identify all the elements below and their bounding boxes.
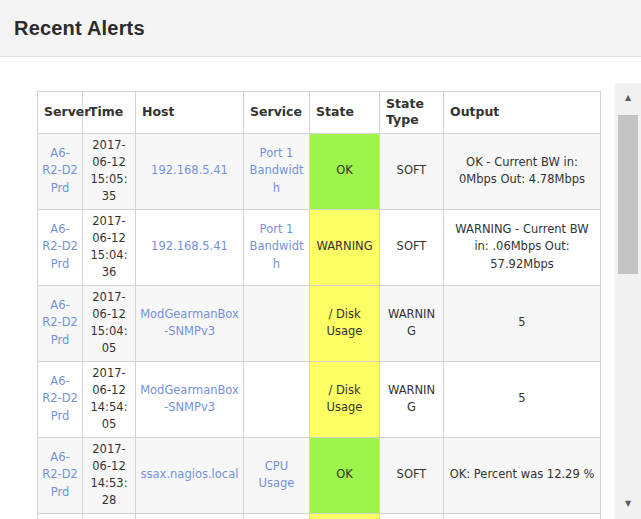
table-row: A6-R2-D2 Prd 2017-06-12 15:05:35 192.168… [38, 133, 601, 209]
service-cell: CPU Usage [244, 513, 310, 519]
host-link[interactable]: 192.168.5.41 [151, 239, 228, 253]
server-link[interactable]: A6-R2-D2 Prd [42, 146, 78, 195]
scrollbar[interactable]: ▲ ▼ [615, 83, 641, 519]
time-cell: 2017-06-12 14:53:28 [83, 437, 136, 513]
state-type-cell: SOFT [380, 133, 444, 209]
page-title: Recent Alerts [14, 17, 145, 40]
table-row: A6-R2-D2 Prd 2017-06-12 14:53:28 ssax.na… [38, 437, 601, 513]
service-cell [244, 361, 310, 437]
time-cell: 2017-06-12 14:54:05 [83, 361, 136, 437]
service-cell: Port 1 Bandwidth [244, 133, 310, 209]
page-header: Recent Alerts [0, 0, 641, 57]
time-cell: 2017-06-12 14:52:28 [83, 513, 136, 519]
time-cell: 2017-06-12 15:05:35 [83, 133, 136, 209]
scroll-thumb[interactable] [618, 115, 638, 274]
time-cell: 2017-06-12 15:04:05 [83, 285, 136, 361]
host-cell: ssax.nagios.local [136, 513, 244, 519]
output-cell: OK: Percent was 12.29 % [444, 437, 601, 513]
output-cell: 5 [444, 285, 601, 361]
column-header-state: State [310, 92, 380, 134]
server-link[interactable]: A6-R2-D2 Prd [42, 450, 78, 499]
server-cell: A6-R2-D2 Prd [38, 285, 83, 361]
state-cell: / Disk Usage [310, 285, 380, 361]
state-type-cell: WARNING [380, 361, 444, 437]
host-link[interactable]: ModGearmanBox-SNMPv3 [140, 307, 239, 338]
state-cell: WARNING [310, 209, 380, 285]
server-link[interactable]: A6-R2-D2 Prd [42, 222, 78, 271]
output-cell: WARNING - Current BW in: .06Mbps Out: 57… [444, 209, 601, 285]
time-cell: 2017-06-12 15:04:36 [83, 209, 136, 285]
column-header-output: Output [444, 92, 601, 134]
host-cell: ssax.nagios.local [136, 437, 244, 513]
service-cell: Port 1 Bandwidth [244, 209, 310, 285]
server-cell: A6-R2-D2 Prd [38, 133, 83, 209]
state-type-cell: SOFT [380, 513, 444, 519]
recent-alerts-table-wrap: Server Time Host Service State State Typ… [37, 91, 600, 519]
scroll-up-icon: ▲ [625, 93, 631, 102]
server-cell: A6-R2-D2 Prd [38, 361, 83, 437]
host-cell: ModGearmanBox-SNMPv3 [136, 361, 244, 437]
state-type-cell: WARNING [380, 285, 444, 361]
table-header-row: Server Time Host Service State State Typ… [38, 92, 601, 134]
column-header-time: Time [83, 92, 136, 134]
column-header-service: Service [244, 92, 310, 134]
host-link[interactable]: ssax.nagios.local [141, 467, 239, 481]
server-cell: A6-R2-D2 Prd [38, 437, 83, 513]
service-link[interactable]: CPU Usage [259, 459, 295, 490]
output-cell: OK - Current BW in: 0Mbps Out: 4.78Mbps [444, 133, 601, 209]
server-link[interactable]: A6-R2-D2 Prd [42, 298, 78, 347]
state-cell: WARNING [310, 513, 380, 519]
host-cell: 192.168.5.41 [136, 133, 244, 209]
service-link[interactable]: Port 1 Bandwidth [250, 146, 304, 195]
scroll-down-button[interactable]: ▼ [615, 493, 641, 513]
table-row: A6-R2-D2 Prd 2017-06-12 15:04:05 ModGear… [38, 285, 601, 361]
scroll-down-icon: ▼ [625, 499, 631, 508]
scroll-up-button[interactable]: ▲ [615, 87, 641, 107]
output-cell: 5 [444, 361, 601, 437]
service-cell: CPU Usage [244, 437, 310, 513]
host-cell: 192.168.5.41 [136, 209, 244, 285]
server-cell: A6-R2-D2 Prd [38, 513, 83, 519]
server-link[interactable]: A6-R2-D2 Prd [42, 374, 78, 423]
state-cell: OK [310, 437, 380, 513]
state-type-cell: SOFT [380, 437, 444, 513]
host-link[interactable]: ModGearmanBox-SNMPv3 [140, 383, 239, 414]
recent-alerts-table: Server Time Host Service State State Typ… [37, 91, 601, 519]
server-cell: A6-R2-D2 Prd [38, 209, 83, 285]
state-cell: / Disk Usage [310, 361, 380, 437]
table-row: A6-R2-D2 Prd 2017-06-12 14:54:05 ModGear… [38, 361, 601, 437]
host-link[interactable]: 192.168.5.41 [151, 163, 228, 177]
output-cell: WARNING: Percent was 22.69 % [444, 513, 601, 519]
column-header-state-type: State Type [380, 92, 444, 134]
state-type-cell: SOFT [380, 209, 444, 285]
table-row: A6-R2-D2 Prd 2017-06-12 14:52:28 ssax.na… [38, 513, 601, 519]
service-cell [244, 285, 310, 361]
host-cell: ModGearmanBox-SNMPv3 [136, 285, 244, 361]
state-cell: OK [310, 133, 380, 209]
table-row: A6-R2-D2 Prd 2017-06-12 15:04:36 192.168… [38, 209, 601, 285]
column-header-host: Host [136, 92, 244, 134]
column-header-server: Server [38, 92, 83, 134]
content-area: Server Time Host Service State State Typ… [0, 57, 641, 519]
service-link[interactable]: Port 1 Bandwidth [250, 222, 304, 271]
